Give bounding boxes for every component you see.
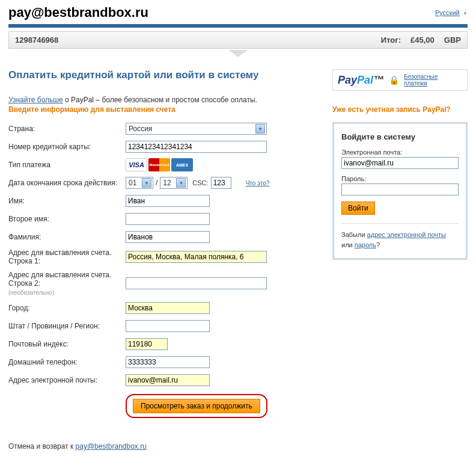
city-label: Город: [8, 304, 126, 312]
login-password-label: Пароль: [341, 175, 459, 182]
learn-more-link[interactable]: Узнайте больше [8, 96, 63, 104]
existing-account-heading: Уже есть учетная запись PayPal? [332, 105, 468, 114]
login-button[interactable]: Войти [341, 202, 375, 215]
visa-icon: VISA [126, 158, 147, 171]
total-currency: GBP [444, 35, 461, 45]
email-label: Адрес электронной почты: [8, 376, 126, 384]
address2-input[interactable] [126, 277, 267, 289]
order-id: 1298746968 [15, 35, 58, 45]
city-input[interactable] [126, 302, 210, 314]
payment-type-label: Тип платежа [8, 161, 126, 169]
expiry-month-select[interactable]: 01 ▼ [126, 177, 153, 189]
language-label: Русский [435, 9, 460, 16]
chevron-down-icon: ▼ [142, 178, 151, 188]
state-input[interactable] [126, 320, 210, 332]
page-title: Оплатить кредитной картой или войти в си… [8, 69, 318, 81]
phone-input[interactable] [126, 356, 210, 368]
email-input[interactable] [126, 374, 210, 386]
csc-label: CSC: [192, 179, 208, 186]
card-number-input[interactable] [126, 141, 267, 153]
forgot-password-link[interactable]: пароль [355, 241, 376, 248]
forgot-text: Забыли адрес электронной почты или парол… [341, 230, 459, 250]
language-selector[interactable]: Русский ▼ [435, 8, 468, 17]
expiry-year-select[interactable]: 12 ▼ [160, 177, 188, 189]
first-name-label: Имя: [8, 197, 126, 205]
header-divider [8, 24, 468, 28]
login-email-label: Электронная почта: [341, 149, 459, 156]
middle-name-label: Второе имя: [8, 215, 126, 223]
country-value: Россия [129, 125, 152, 133]
paypal-badge: PayPal™ 🔒 Безопасные платежи [332, 69, 468, 91]
address2-label: Адрес для выставления счета. Строка 2: (… [8, 271, 126, 297]
submit-highlight: Просмотреть заказ и продолжить [126, 394, 267, 418]
billing-prompt: Введите информацию для выставления счета [8, 105, 318, 114]
footer: Отмена и возврат к pay@bestbrandbox.ru [0, 418, 476, 457]
total-amount: £45,00 [410, 35, 435, 45]
last-name-input[interactable] [126, 231, 210, 243]
total-label: Итог: [381, 35, 401, 45]
cancel-return-link[interactable]: pay@bestbrandbox.ru [76, 442, 147, 451]
card-number-label: Номер кредитной карты: [8, 143, 126, 151]
paypal-logo-icon: PayPal™ [338, 74, 384, 87]
login-email-input[interactable] [341, 157, 459, 169]
address1-label: Адрес для выставления счета. Строка 1: [8, 248, 126, 266]
country-select[interactable]: Россия ▼ [126, 123, 267, 135]
csc-input[interactable] [211, 177, 231, 189]
merchant-title: pay@bestbrandbox.ru [8, 5, 148, 20]
last-name-label: Фамилия: [8, 233, 126, 241]
expiry-label: Дата окончания срока действия: [8, 179, 126, 187]
address1-input[interactable] [126, 251, 267, 263]
review-continue-button[interactable]: Просмотреть заказ и продолжить [133, 399, 260, 413]
country-label: Страна: [8, 125, 126, 133]
chevron-down-icon: ▼ [176, 178, 186, 188]
middle-name-input[interactable] [126, 213, 210, 225]
csc-help-link[interactable]: Что это? [246, 180, 270, 186]
chevron-down-icon: ▼ [255, 124, 265, 134]
postal-input[interactable] [126, 338, 168, 350]
lock-icon: 🔒 [389, 75, 399, 85]
login-box: Войдите в систему Электронная почта: Пар… [332, 122, 468, 260]
login-divider [341, 223, 459, 224]
slash: / [156, 179, 157, 187]
forgot-email-link[interactable]: адрес электронной почты [367, 231, 446, 238]
learn-more-text: о PayPal – более безопасном и простом сп… [63, 96, 257, 104]
expand-arrow-icon [228, 50, 248, 57]
phone-label: Домашний телефон: [8, 358, 126, 366]
login-title: Войдите в систему [341, 132, 459, 141]
mastercard-icon: MasterCard [148, 158, 170, 171]
chevron-down-icon: ▼ [463, 11, 468, 16]
amex-icon: AMEX [171, 158, 193, 171]
safe-payments-link[interactable]: Безопасные платежи [404, 73, 462, 87]
postal-label: Почтовый индекс: [8, 340, 126, 348]
order-summary-bar[interactable]: 1298746968 Итог: £45,00 GBP [8, 31, 468, 49]
login-password-input[interactable] [341, 183, 459, 196]
first-name-input[interactable] [126, 195, 210, 207]
state-label: Штат / Провинция / Регион: [8, 322, 126, 330]
